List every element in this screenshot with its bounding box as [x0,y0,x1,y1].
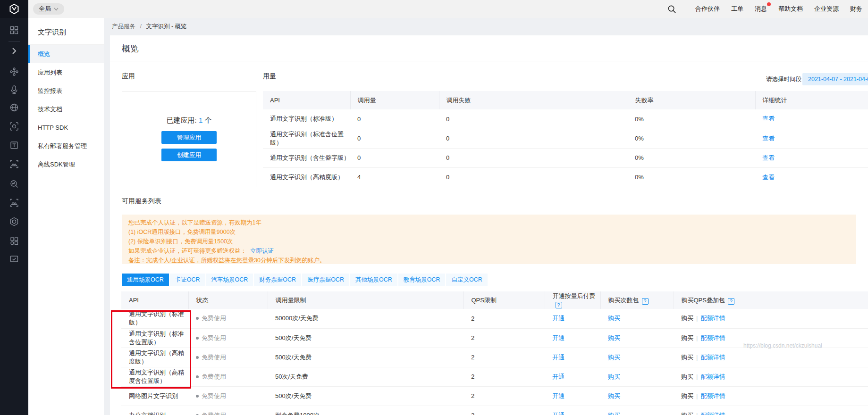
buy-pack-link[interactable]: 购买 [608,354,620,361]
view-detail-link[interactable]: 查看 [762,174,775,181]
sidebar-item-http-sdk[interactable]: HTTP SDK [28,118,104,137]
sidebar-item-private-deploy[interactable]: 私有部署服务管理 [28,137,104,155]
created-apps-line: 已建应用: 1 个 [122,116,256,125]
image-scan-icon[interactable] [9,159,19,169]
region-scope-selector[interactable]: 全局 [33,3,64,15]
view-detail-link[interactable]: 查看 [762,115,775,122]
date-range-picker[interactable]: 2021-04-07 - 2021-04-07 [802,73,868,85]
usage-calls: 0 [350,148,439,167]
microphone-icon[interactable] [9,85,19,94]
service-qps: 2 [463,348,545,367]
tab-medical-ocr[interactable]: 医疗票据OCR [302,274,349,286]
sidebar-item-monitor-report[interactable]: 监控报表 [28,82,104,100]
activate-link[interactable]: 开通 [552,354,565,361]
tab-education-ocr[interactable]: 教育场景OCR [398,274,446,286]
breadcrumb-products[interactable]: 产品服务 [112,23,135,30]
tab-vehicle-ocr[interactable]: 汽车场景OCR [206,274,253,286]
buy-pack-link[interactable]: 购买 [608,315,620,322]
svc-col-postpay: 开通按量后付费? [545,291,600,309]
usage-col-calls: 调用量 [350,91,439,109]
image-check-icon[interactable] [9,254,19,264]
tab-custom-ocr[interactable]: 自定义OCR [446,274,487,286]
expand-chevron-icon[interactable] [9,46,19,56]
status-dot-icon [196,375,199,378]
help-icon[interactable]: ? [728,298,734,305]
sidebar-item-overview[interactable]: 概览 [28,45,104,63]
quota-detail-link[interactable]: 配额详情 [700,373,725,380]
watermark-text: https://blog.csdn.net/ckzuishuai [743,342,822,349]
service-quota: 500次/天免费 [268,328,463,348]
search-icon[interactable] [667,5,676,14]
help-icon[interactable]: ? [642,298,649,305]
buy-pack-link[interactable]: 购买 [608,334,620,341]
buy-pack-link[interactable]: 购买 [608,392,620,399]
separator: | [696,354,698,361]
buy-qps-link[interactable]: 购买 [681,315,693,322]
topnav-partners[interactable]: 合作伙伴 [695,5,720,13]
activate-link[interactable]: 开通 [552,334,565,341]
rail-divider [8,41,20,42]
hexagon-logo-icon [8,3,20,15]
buy-qps-link[interactable]: 购买 [681,354,693,361]
quota-detail-link[interactable]: 配额详情 [700,354,725,361]
topnav-messages[interactable]: 消息 [755,5,767,13]
sidebar-product-title: 文字识别 [28,18,104,45]
certify-now-link[interactable]: 立即认证 [250,248,274,254]
activate-link[interactable]: 开通 [552,392,565,399]
buy-qps-link[interactable]: 购买 [681,373,693,380]
app-grid-icon[interactable] [9,236,19,246]
usage-row: 通用文字识别（含生僻字版） 0 0 0% 查看 [263,148,868,167]
image-search-icon[interactable] [9,179,19,189]
topnav-tickets[interactable]: 工单 [731,5,743,13]
sidebar-item-offline-sdk[interactable]: 离线SDK管理 [28,155,104,174]
services-table: API 状态 调用量限制 QPS限制 开通按量后付费? 购买次数包? 购买QPS… [121,291,868,415]
buy-pack-link[interactable]: 购买 [608,373,620,380]
activate-link[interactable]: 开通 [552,373,565,380]
topnav-help-docs[interactable]: 帮助文档 [778,5,803,13]
service-quota: 500次/天免费 [268,348,463,367]
quota-detail-link[interactable]: 配额详情 [700,392,725,399]
manage-app-button[interactable]: 管理应用 [161,131,217,144]
tab-finance-ocr[interactable]: 财务票据OCR [254,274,301,286]
globe-icon[interactable] [9,103,19,112]
notice-line: (2) 保险单识别接口，免费调用量1500次 [128,237,856,246]
buy-qps-link[interactable]: 购买 [681,334,693,341]
view-detail-link[interactable]: 查看 [762,135,775,142]
chevron-down-icon [54,8,59,11]
create-app-button[interactable]: 创建应用 [161,149,217,161]
topnav-finance[interactable]: 财务 [850,5,862,13]
service-quota: 50000次/天免费 [268,309,463,328]
view-detail-link[interactable]: 查看 [762,154,775,161]
usage-fails: 0 [439,167,628,187]
image-review-icon[interactable] [9,198,19,208]
help-icon[interactable]: ? [556,302,562,308]
svc-col-buy-pack: 购买次数包? [600,291,674,309]
tab-other-ocr[interactable]: 其他场景OCR [350,274,397,286]
usage-col-fails: 调用失败 [439,91,628,109]
sidebar-item-tech-docs[interactable]: 技术文档 [28,100,104,118]
notice-line: 您已完成个人认证，以下是赠送资源，有效期为1年 [128,218,856,227]
node-network-icon[interactable] [9,67,19,76]
buy-qps-link[interactable]: 购买 [681,412,693,415]
buy-qps-link[interactable]: 购买 [681,392,693,399]
activate-link[interactable]: 开通 [552,315,565,322]
notification-badge [767,2,771,6]
tab-general-ocr[interactable]: 通用场景OCR [122,274,169,286]
separator: | [696,373,698,380]
hexagon-tech-icon[interactable] [9,217,19,226]
sidebar-item-app-list[interactable]: 应用列表 [28,63,104,82]
baidu-cloud-logo[interactable] [0,0,28,18]
dashboard-grid-icon[interactable] [9,25,19,35]
tab-card-ocr[interactable]: 卡证OCR [170,274,205,286]
notice-footnote: 备注：完成个人/企业认证，所赠权益将在您登录30分钟后下发到您的账户。 [128,256,856,265]
service-status: 免费使用 [202,412,226,415]
buy-pack-link[interactable]: 购买 [608,412,620,415]
quota-detail-link[interactable]: 配额详情 [700,412,725,415]
face-recognition-icon[interactable] [9,122,19,131]
text-recognition-icon[interactable] [9,141,19,150]
notice-line: 如果完成企业认证，还可获得更多赠送权益：立即认证 [128,246,856,256]
activate-link[interactable]: 开通 [552,412,565,415]
quota-detail-link[interactable]: 配额详情 [700,334,725,341]
quota-detail-link[interactable]: 配额详情 [700,315,725,322]
topnav-enterprise-resources[interactable]: 企业资源 [814,5,839,13]
